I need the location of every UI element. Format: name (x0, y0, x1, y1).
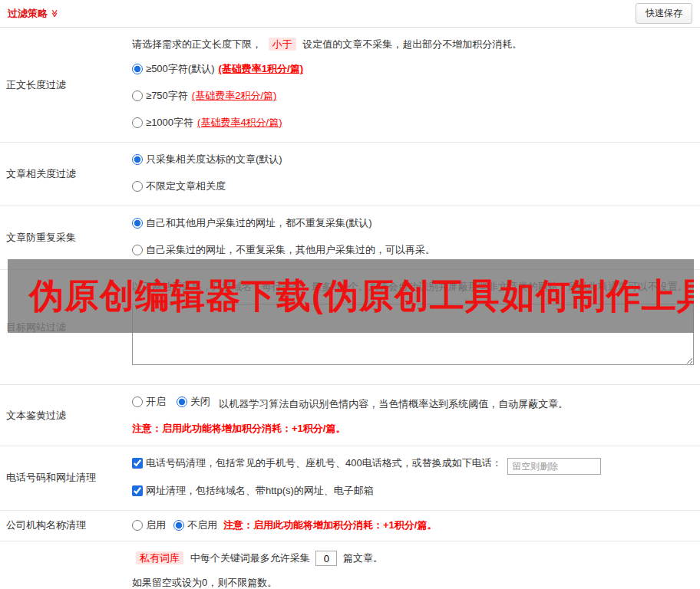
blocked-sites-textarea[interactable] (132, 304, 694, 365)
length-500-note: (基础费率1积分/篇) (218, 61, 303, 77)
row-company-clean: 公司机构名称清理 启用 不启用 注意：启用此功能将增加积分消耗：+1积分/篇。 (0, 511, 700, 541)
chevron-down-icon: ≫ (51, 9, 59, 17)
length-1000-note: (基础费率4积分/篇) (197, 114, 282, 131)
porn-filter-warning: 注意：启用此功能将增加积分消耗：+1积分/篇。 (132, 416, 694, 441)
porn-option-off[interactable]: 关闭 (177, 393, 210, 410)
row-dedup-filter: 文章防重复采集 自己和其他用户采集过的网址，都不重复采集(默认) 自己采集过的网… (0, 206, 700, 270)
porn-filter-desc: 以机器学习算法自动识别色情内容，当色情概率达到系统阈值，自动屏蔽文章。 (219, 398, 568, 410)
row-length-filter: 正文长度过滤 请选择需求的正文长度下限， 小于 设定值的文章不采集，超出部分不增… (0, 28, 700, 143)
length-option-1000[interactable]: ≥1000字符 (基础费率4积分/篇) (132, 114, 282, 131)
length-1000-label: ≥1000字符 (146, 114, 193, 131)
url-clean-checkbox[interactable] (132, 485, 143, 496)
dedup-filter-label: 文章防重复采集 (0, 206, 132, 269)
length-500-label: ≥500字符(默认) (146, 61, 214, 77)
quick-save-button[interactable]: 快速保存 (636, 3, 692, 24)
dedup-global-radio[interactable] (132, 218, 143, 229)
row-relevance-filter: 文章相关度过滤 只采集相关度达标的文章(默认) 不限定文章相关度 (0, 143, 700, 206)
dedup-global-label: 自己和其他用户采集过的网址，都不重复采集(默认) (146, 215, 372, 232)
company-clean-off-option[interactable]: 不启用 (173, 518, 217, 532)
porn-off-radio[interactable] (177, 397, 187, 407)
keyword-dedup-line2: 如果留空或设为0，则不限篇数。 (132, 571, 694, 589)
company-clean-label: 公司机构名称清理 (0, 511, 132, 541)
phone-clean-option[interactable]: 电话号码清理，包括常见的手机号、座机号、400电话格式，或替换成如下电话： (132, 455, 502, 472)
url-clean-option[interactable]: 网址清理，包括纯域名、带http(s)的网址、电子邮箱 (132, 482, 374, 499)
row-target-site-filter: 目标网站过滤 以下网站不采集，只填域名，每行一个，最多200个。系统会自动识别并… (0, 270, 700, 385)
dedup-option-global[interactable]: 自己和其他用户采集过的网址，都不重复采集(默认) (132, 215, 372, 232)
dedup-option-self[interactable]: 自己采集过的网址，不重复采集，其他用户采集过的，可以再采。 (132, 242, 435, 258)
keyword-dedup-line1-post: 篇文章。 (343, 552, 383, 564)
length-option-500[interactable]: ≥500字符(默认) (基础费率1积分/篇) (132, 61, 303, 77)
target-site-intro: 以下网站不采集，只填域名，每行一个，最多200个。系统会自动识别并屏蔽那些非文章… (132, 275, 694, 299)
relevance-strict-label: 只采集相关度达标的文章(默认) (146, 151, 282, 168)
length-option-750[interactable]: ≥750字符 (基础费率2积分/篇) (132, 87, 276, 104)
company-off-label: 不启用 (187, 518, 217, 532)
length-1000-radio[interactable] (132, 117, 143, 128)
length-filter-intro: 请选择需求的正文长度下限， 小于 设定值的文章不采集，超出部分不增加积分消耗。 (132, 32, 694, 57)
phone-clean-checkbox[interactable] (132, 458, 143, 469)
company-off-radio[interactable] (173, 520, 184, 531)
filter-strategy-header[interactable]: 过滤策略 ≫ (8, 7, 58, 21)
url-clean-label: 网址清理，包括纯域名、带http(s)的网址、电子邮箱 (146, 482, 374, 499)
relevance-option-strict[interactable]: 只采集相关度达标的文章(默认) (132, 151, 282, 168)
phone-clean-label: 电话号码清理，包括常见的手机号、座机号、400电话格式，或替换成如下电话： (146, 455, 502, 472)
length-750-radio[interactable] (132, 90, 143, 101)
page-header: 过滤策略 ≫ 快速保存 (0, 0, 700, 28)
length-500-radio[interactable] (132, 64, 143, 74)
relevance-any-radio[interactable] (132, 181, 143, 192)
relevance-any-label: 不限定文章相关度 (146, 178, 226, 195)
length-filter-label: 正文长度过滤 (0, 28, 132, 142)
company-clean-on-option[interactable]: 启用 (132, 518, 166, 532)
porn-filter-label: 文本鉴黄过滤 (0, 385, 132, 446)
intro-pre: 请选择需求的正文长度下限， (132, 38, 262, 50)
keyword-dedup-label: 关键词防重复采集 (0, 541, 132, 589)
target-site-filter-label: 目标网站过滤 (0, 270, 132, 384)
dedup-self-radio[interactable] (132, 245, 143, 255)
porn-on-radio[interactable] (132, 397, 143, 407)
relevance-strict-radio[interactable] (132, 154, 143, 165)
porn-option-on[interactable]: 开启 (132, 393, 166, 410)
intro-post: 设定值的文章不采集，超出部分不增加积分消耗。 (302, 38, 522, 50)
company-on-label: 启用 (146, 518, 166, 532)
less-than-highlight: 小于 (269, 38, 296, 51)
length-750-note: (基础费率2积分/篇) (192, 87, 277, 104)
company-on-radio[interactable] (132, 520, 143, 531)
row-porn-filter: 文本鉴黄过滤 开启 关闭 以机器学习算法自动识别色情内容，当色情概率达到系统阈值… (0, 385, 700, 446)
row-keyword-dedup: 关键词防重复采集 私有词库 中每个关键词最多允许采集 篇文章。 如果留空或设为0… (0, 541, 700, 589)
porn-off-label: 关闭 (190, 393, 210, 410)
private-lexicon-highlight: 私有词库 (136, 551, 183, 564)
keyword-dedup-line1-mid: 中每个关键词最多允许采集 (190, 552, 310, 564)
max-articles-input[interactable] (315, 551, 337, 566)
page-title: 过滤策略 (8, 7, 48, 21)
length-750-label: ≥750字符 (146, 87, 188, 104)
relevance-filter-label: 文章相关度过滤 (0, 143, 132, 206)
company-clean-warning: 注意：启用此功能将增加积分消耗：+1积分/篇。 (223, 518, 437, 532)
relevance-option-any[interactable]: 不限定文章相关度 (132, 178, 226, 195)
porn-on-label: 开启 (146, 393, 166, 410)
phone-url-clean-label: 电话号码和网址清理 (0, 446, 132, 510)
dedup-self-label: 自己采集过的网址，不重复采集，其他用户采集过的，可以再采。 (146, 242, 435, 258)
replacement-phone-input[interactable] (507, 458, 601, 475)
row-phone-url-clean: 电话号码和网址清理 电话号码清理，包括常见的手机号、座机号、400电话格式，或替… (0, 446, 700, 511)
